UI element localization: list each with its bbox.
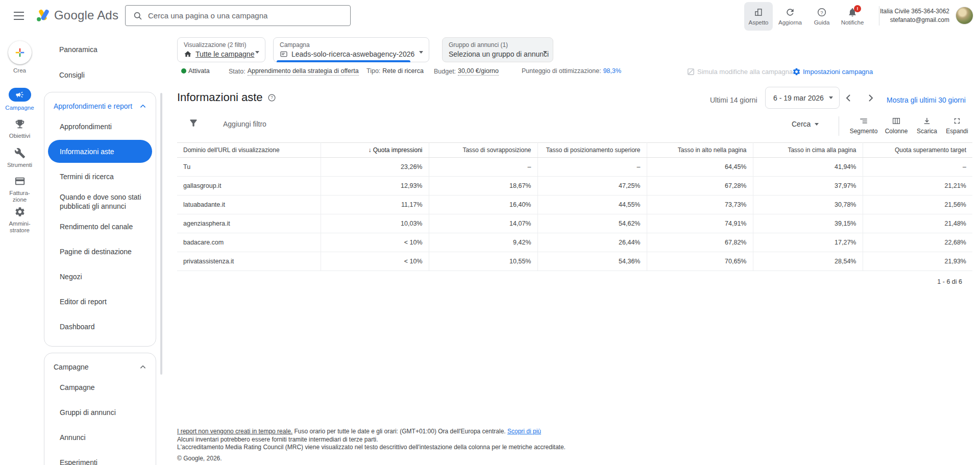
column-header-top-of-page-rate[interactable]: Tasso in alto nella pagina	[647, 143, 753, 158]
nav-item-rendimento-del-canale[interactable]: Rendimento del canale	[44, 214, 156, 239]
cell-position-above-rate: 26,44%	[537, 233, 647, 252]
nav-item-quando-e-dove-sono-stati-pubblicati-gli-annunci[interactable]: Quando e dove sono stati pubblicati gli …	[44, 189, 156, 214]
timezone-text: Fuso orario per tutte le date e gli orar…	[294, 428, 505, 435]
table-row: latuabadante.it 11,17% 16,40% 44,55% 73,…	[177, 195, 972, 214]
rail-item-obiettivi[interactable]: Obiettivi	[0, 118, 39, 139]
nav-item-approfondimenti[interactable]: Approfondimenti	[44, 114, 156, 139]
campaign-settings-button[interactable]: Impostazioni campagna	[792, 67, 873, 76]
view-filter-chip[interactable]: Visualizzazione (2 filtri) Tutte le camp…	[177, 37, 265, 62]
avatar[interactable]	[955, 7, 973, 25]
table-row: badacare.com < 10% 9,42% 26,44% 67,82% 1…	[177, 233, 972, 252]
nav-item-consigli[interactable]: Consigli	[39, 62, 163, 88]
prev-range-button[interactable]	[842, 91, 855, 105]
status-state[interactable]: Attivata	[181, 67, 210, 75]
create-plus-icon	[8, 41, 32, 64]
column-header-position-above-rate[interactable]: Tasso di posizionamento superiore	[537, 143, 647, 158]
cell-abs-top-of-page-rate: 28,54%	[753, 252, 863, 271]
column-header-domain[interactable]: Dominio dell'URL di visualizzazione	[177, 143, 321, 158]
nav-item-gruppi-di-annunci[interactable]: Gruppi di annunci	[44, 400, 156, 425]
chevron-down-icon	[815, 123, 819, 126]
nav-scrollbar[interactable]	[160, 93, 162, 375]
toolbar-divider	[839, 116, 839, 136]
columns-button[interactable]: Colonne	[880, 116, 912, 135]
show-last-30-days-link[interactable]: Mostra gli ultimi 30 giorni	[887, 96, 966, 104]
rail-item-campagne[interactable]: Campagne	[0, 88, 39, 111]
refresh-button[interactable]: Aggiorna	[776, 2, 804, 31]
cell-abs-top-of-page-rate: 30,78%	[753, 195, 863, 214]
learn-more-link[interactable]: Scopri di più	[507, 428, 541, 435]
trophy-icon	[14, 118, 26, 130]
cell-domain: privatassistenza.it	[177, 252, 321, 271]
nav-item-esperimenti[interactable]: Esperimenti	[44, 450, 156, 465]
refresh-icon	[785, 7, 795, 17]
nav-item-informazioni-aste[interactable]: Informazioni aste	[48, 140, 152, 163]
search-icon	[133, 11, 143, 21]
add-filter-button[interactable]: Aggiungi filtro	[223, 120, 266, 128]
cell-domain: Tu	[177, 158, 321, 177]
help-button[interactable]: ? Guida	[807, 2, 836, 31]
cell-overlap-rate: –	[429, 158, 537, 177]
bell-icon: !	[847, 7, 857, 17]
global-search[interactable]	[125, 5, 351, 26]
nav-item-campagne[interactable]: Campagne	[44, 375, 156, 400]
download-button[interactable]: Scarica	[911, 116, 943, 135]
account-email: stefanato@gmail.com	[868, 16, 949, 25]
rail-item-crea[interactable]: Crea	[0, 41, 39, 74]
top-bar: Google Ads Aspetto Aggiorna ? Guida ! No…	[0, 0, 980, 32]
expand-button[interactable]: Espandi	[941, 116, 973, 135]
notifications-button[interactable]: ! Notifiche	[837, 2, 868, 31]
appearance-button[interactable]: Aspetto	[744, 2, 773, 31]
download-icon	[922, 116, 932, 126]
next-range-button[interactable]	[865, 91, 878, 105]
nav-section-approfondimenti-e-report: Approfondimenti e report Approfondimenti…	[44, 92, 156, 347]
cell-domain: latuabadante.it	[177, 195, 321, 214]
cell-impression-share: 10,03%	[321, 214, 429, 233]
account-info[interactable]: Italia Civile 365-364-3062 stefanato@gma…	[868, 7, 949, 25]
chevron-down-icon	[829, 96, 833, 99]
gear-icon	[14, 206, 26, 217]
cell-overlap-rate: 10,55%	[429, 252, 537, 271]
cell-abs-top-of-page-rate: 37,97%	[753, 177, 863, 195]
rail-item-fatturazione[interactable]: Fattura- zione	[0, 176, 39, 203]
segment-button[interactable]: Segmento	[848, 116, 879, 135]
table-toolbar: Aggiungi filtro Cerca Segmento Colonne S…	[177, 116, 972, 139]
rail-item-strumenti[interactable]: Strumenti	[0, 148, 39, 168]
column-header-overlap-rate[interactable]: Tasso di sovrapposizione	[429, 143, 537, 158]
chevron-up-icon	[138, 102, 148, 111]
column-header-abs-top-of-page-rate[interactable]: Tasso in cima alla pagina	[753, 143, 863, 158]
rail-item-amministratore[interactable]: Ammini- stratore	[0, 206, 39, 234]
date-range-picker[interactable]: 6 - 19 mar 2026	[765, 87, 840, 109]
main-content: Visualizzazione (2 filtri) Tutte le camp…	[177, 32, 972, 465]
nav-item-pagine-di-destinazione[interactable]: Pagine di destinazione	[44, 239, 156, 264]
adgroup-filter-chip[interactable]: Gruppo di annunci (1) Seleziona un grupp…	[442, 37, 553, 62]
table-search-button[interactable]: Cerca	[792, 120, 819, 128]
cell-outranking-share: –	[863, 158, 972, 177]
table-row: Tu 23,26% – – 64,45% 41,94% –	[177, 158, 972, 177]
column-header-impression-share[interactable]: ↓ Quota impressioni	[321, 143, 429, 158]
footer-line-3: L'accreditamento Media Rating Council (M…	[177, 444, 566, 452]
campaign-status-bar: Attivata Stato: Apprendimento della stra…	[177, 67, 972, 78]
menu-icon[interactable]	[12, 10, 26, 21]
report-realtime-link[interactable]: I report non vengono creati in tempo rea…	[177, 428, 292, 435]
status-dot-icon	[181, 68, 186, 74]
campaign-filter-chip[interactable]: Campagna Leads-solo-ricerca-aswebagency-…	[273, 37, 429, 62]
segment-icon	[859, 116, 868, 126]
simulate-icon	[687, 67, 695, 76]
filter-funnel-icon[interactable]	[188, 118, 199, 128]
table-row: agenziasphera.it 10,03% 14,07% 54,62% 74…	[177, 214, 972, 233]
nav-item-panoramica[interactable]: Panoramica	[39, 37, 163, 62]
help-icon: ?	[817, 7, 827, 17]
pagination-label: 1 - 6 di 6	[937, 278, 962, 285]
status-stato: Stato: Apprendimento della strategia di …	[229, 67, 359, 76]
nav-item-annunci[interactable]: Annunci	[44, 425, 156, 450]
nav-section-header[interactable]: Approfondimenti e report	[44, 96, 156, 114]
nav-item-editor-di-report[interactable]: Editor di report	[44, 289, 156, 314]
column-header-outranking-share[interactable]: Quota superamento target	[863, 143, 972, 158]
help-circle-icon[interactable]: ?	[267, 93, 276, 102]
nav-section-header[interactable]: Campagne	[44, 357, 156, 375]
nav-item-termini-di-ricerca[interactable]: Termini di ricerca	[44, 164, 156, 189]
nav-item-dashboard[interactable]: Dashboard	[44, 314, 156, 339]
chevron-up-icon	[138, 362, 148, 372]
search-input[interactable]	[148, 11, 343, 20]
nav-item-negozi[interactable]: Negozi	[44, 264, 156, 289]
